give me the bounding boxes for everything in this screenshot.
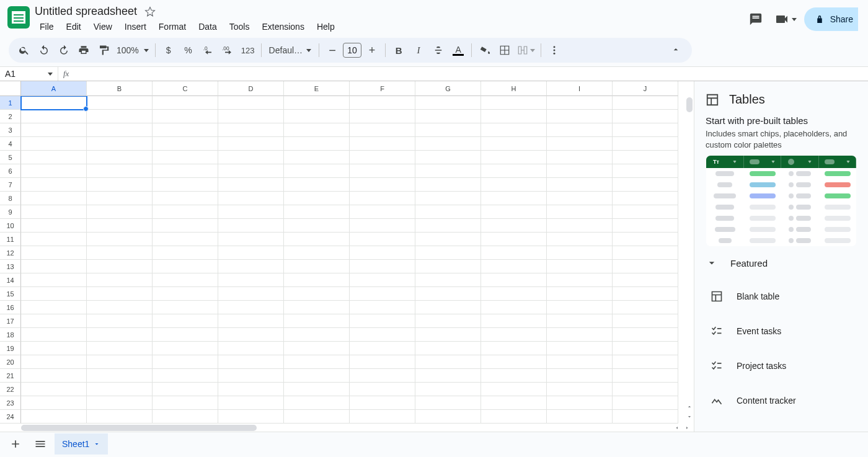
cell-F16[interactable] — [350, 301, 415, 314]
cell-F6[interactable] — [350, 164, 415, 178]
cell-G12[interactable] — [415, 246, 481, 260]
cell-C15[interactable] — [153, 287, 218, 301]
menu-view[interactable]: View — [89, 19, 117, 34]
cell-E7[interactable] — [284, 178, 350, 192]
cell-H18[interactable] — [481, 328, 547, 342]
cell-F22[interactable] — [350, 383, 415, 396]
cell-H14[interactable] — [481, 273, 547, 287]
cell-I24[interactable] — [547, 410, 613, 424]
cell-D19[interactable] — [218, 342, 284, 355]
row-header-11[interactable]: 11 — [0, 233, 21, 246]
cell-D16[interactable] — [218, 301, 284, 314]
cell-F12[interactable] — [350, 246, 415, 260]
cell-E13[interactable] — [284, 260, 350, 273]
cell-C4[interactable] — [153, 137, 218, 151]
cell-C16[interactable] — [153, 301, 218, 314]
cell-H21[interactable] — [481, 369, 547, 383]
row-header-13[interactable]: 13 — [0, 260, 21, 273]
cell-A19[interactable] — [21, 342, 87, 355]
template-event-tasks[interactable]: Event tasks — [706, 314, 857, 348]
template-content-tracker[interactable]: Content tracker — [706, 383, 857, 418]
cell-I14[interactable] — [547, 273, 613, 287]
merge-cells-icon[interactable] — [515, 41, 537, 60]
decrease-font-size-icon[interactable]: − — [323, 41, 342, 60]
cell-J19[interactable] — [613, 342, 678, 355]
cell-G24[interactable] — [415, 410, 481, 424]
scroll-down-icon[interactable] — [685, 412, 694, 421]
cell-I9[interactable] — [547, 205, 613, 219]
cell-D4[interactable] — [218, 137, 284, 151]
menu-tools[interactable]: Tools — [224, 19, 255, 34]
cell-J8[interactable] — [613, 192, 678, 205]
cell-H2[interactable] — [481, 110, 547, 123]
cell-I12[interactable] — [547, 246, 613, 260]
cell-C12[interactable] — [153, 246, 218, 260]
cell-D23[interactable] — [218, 396, 284, 410]
cell-B21[interactable] — [87, 369, 153, 383]
cell-A4[interactable] — [21, 137, 87, 151]
cell-E2[interactable] — [284, 110, 350, 123]
cell-B14[interactable] — [87, 273, 153, 287]
cell-J11[interactable] — [613, 233, 678, 246]
cell-F19[interactable] — [350, 342, 415, 355]
row-header-20[interactable]: 20 — [0, 355, 21, 369]
cell-D1[interactable] — [218, 96, 284, 110]
cell-G16[interactable] — [415, 301, 481, 314]
cell-C7[interactable] — [153, 178, 218, 192]
cell-F9[interactable] — [350, 205, 415, 219]
menu-format[interactable]: Format — [154, 19, 191, 34]
borders-icon[interactable] — [495, 41, 514, 60]
cell-A10[interactable] — [21, 219, 87, 233]
decrease-decimal-icon[interactable]: .0 — [199, 41, 218, 60]
bold-icon[interactable]: B — [389, 41, 408, 60]
cell-G20[interactable] — [415, 355, 481, 369]
cell-G4[interactable] — [415, 137, 481, 151]
cell-A20[interactable] — [21, 355, 87, 369]
cell-B12[interactable] — [87, 246, 153, 260]
share-button[interactable]: Share — [804, 7, 858, 31]
cell-A9[interactable] — [21, 205, 87, 219]
sheet-tab-sheet1[interactable]: Sheet1 — [55, 433, 108, 455]
cell-A17[interactable] — [21, 314, 87, 328]
row-header-19[interactable]: 19 — [0, 342, 21, 355]
document-title[interactable]: Untitled spreadsheet — [35, 5, 137, 18]
cell-H8[interactable] — [481, 192, 547, 205]
cell-E22[interactable] — [284, 383, 350, 396]
cell-C11[interactable] — [153, 233, 218, 246]
cell-H17[interactable] — [481, 314, 547, 328]
cell-C1[interactable] — [153, 96, 218, 110]
vertical-scrollbar[interactable] — [686, 97, 693, 112]
sheets-app-icon[interactable] — [7, 6, 30, 29]
column-header-J[interactable]: J — [613, 81, 678, 96]
cell-A14[interactable] — [21, 273, 87, 287]
cell-E18[interactable] — [284, 328, 350, 342]
cell-H20[interactable] — [481, 355, 547, 369]
cell-E10[interactable] — [284, 219, 350, 233]
cell-G18[interactable] — [415, 328, 481, 342]
cell-G9[interactable] — [415, 205, 481, 219]
menu-extensions[interactable]: Extensions — [257, 19, 309, 34]
cell-B7[interactable] — [87, 178, 153, 192]
cell-J5[interactable] — [613, 151, 678, 164]
cell-G6[interactable] — [415, 164, 481, 178]
cell-F18[interactable] — [350, 328, 415, 342]
column-header-G[interactable]: G — [415, 81, 481, 96]
cell-J7[interactable] — [613, 178, 678, 192]
text-color-icon[interactable]: A — [449, 41, 467, 60]
cell-F17[interactable] — [350, 314, 415, 328]
cell-B22[interactable] — [87, 383, 153, 396]
cell-I16[interactable] — [547, 301, 613, 314]
cell-E14[interactable] — [284, 273, 350, 287]
cell-A23[interactable] — [21, 396, 87, 410]
scroll-left-icon[interactable] — [673, 424, 681, 432]
cell-I20[interactable] — [547, 355, 613, 369]
cell-C22[interactable] — [153, 383, 218, 396]
cell-B18[interactable] — [87, 328, 153, 342]
cell-B5[interactable] — [87, 151, 153, 164]
cell-D24[interactable] — [218, 410, 284, 424]
cell-H13[interactable] — [481, 260, 547, 273]
cell-J23[interactable] — [613, 396, 678, 410]
column-header-D[interactable]: D — [218, 81, 284, 96]
cell-F23[interactable] — [350, 396, 415, 410]
cell-H3[interactable] — [481, 123, 547, 137]
